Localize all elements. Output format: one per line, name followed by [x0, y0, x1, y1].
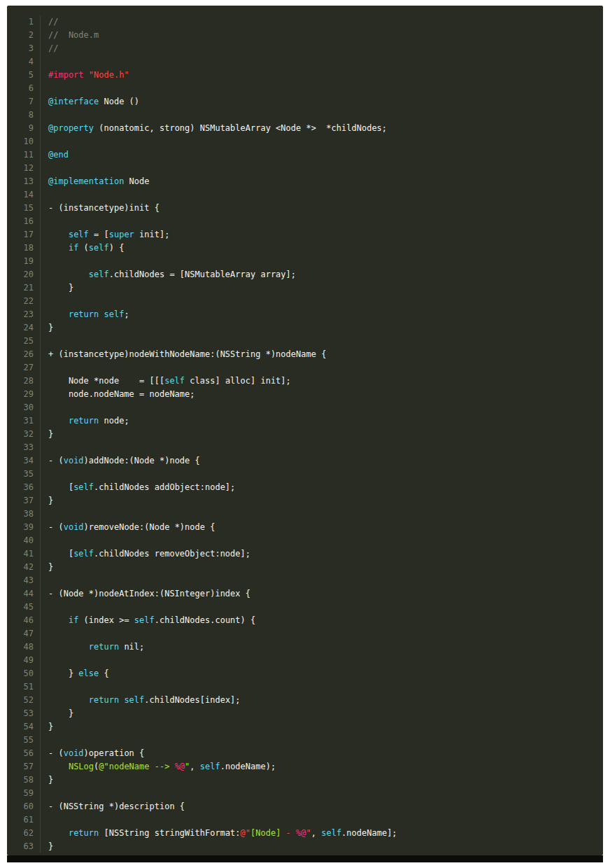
code-line: 47	[7, 627, 603, 640]
code-text	[41, 295, 603, 308]
token-default: nil;	[119, 642, 144, 652]
token-keyword: void	[64, 522, 84, 532]
token-default: node;	[99, 416, 129, 426]
token-default	[48, 762, 69, 771]
token-default: }	[48, 775, 53, 785]
code-text: [self.childNodes addObject:node];	[41, 481, 603, 494]
token-default: Node ()	[99, 97, 139, 106]
code-text: node.nodeName = nodeName;	[41, 388, 603, 401]
editor-pane: 1//2// Node.m3//45#import "Node.h"67@int…	[7, 6, 603, 855]
token-default: (	[78, 243, 88, 253]
code-line: 32}	[7, 428, 603, 441]
code-text	[41, 654, 603, 667]
token-keyword: self	[73, 549, 94, 559]
token-default	[48, 828, 69, 838]
line-number: 12	[7, 162, 41, 175]
code-text: - (void)operation {	[41, 747, 603, 760]
code-line: 34- (void)addNode:(Node *)node {	[7, 454, 603, 468]
code-line: 15- (instancetype)init {	[7, 202, 603, 215]
code-text: }	[41, 774, 603, 787]
line-number: 46	[7, 614, 41, 627]
line-number: 7	[7, 95, 41, 108]
code-line: 5#import "Node.h"	[7, 69, 603, 82]
token-default: - (	[48, 456, 64, 465]
token-default: Node *node = [[[	[48, 376, 164, 386]
code-line: 53 }	[7, 707, 603, 720]
token-keyword: self	[164, 376, 185, 386]
code-line: 1//	[7, 15, 603, 29]
token-default: .childNodes = [NSMutableArray array];	[109, 270, 296, 279]
token-keyword: else	[78, 668, 99, 678]
code-text: }	[41, 840, 603, 853]
line-number: 6	[7, 82, 41, 95]
line-number: 62	[7, 827, 41, 840]
code-text	[41, 680, 603, 694]
token-keyword: return	[69, 309, 99, 319]
token-green: @"	[99, 762, 108, 771]
code-text	[41, 188, 603, 202]
code-line: 28 Node *node = [[[self class] alloc] in…	[7, 374, 603, 388]
code-text	[41, 401, 603, 414]
line-number: 34	[7, 454, 41, 468]
token-default: }	[48, 496, 53, 505]
code-line: 7@interface Node ()	[7, 95, 603, 108]
code-text: // Node.m	[41, 29, 603, 42]
code-text	[41, 468, 603, 481]
line-number: 19	[7, 255, 41, 268]
line-number: 13	[7, 175, 41, 188]
code-text	[41, 627, 603, 640]
code-text: @end	[41, 148, 603, 162]
code-text: self = [super init];	[41, 228, 603, 241]
code-text: - (Node *)nodeAtIndex:(NSInteger)index {	[41, 587, 603, 601]
token-red: @"	[241, 828, 250, 838]
code-line: 25	[7, 335, 603, 348]
code-line: 18 if (self) {	[7, 241, 603, 255]
token-pink: #import	[48, 70, 84, 80]
code-line: 46 if (index >= self.childNodes.count) {	[7, 614, 603, 627]
line-number: 53	[7, 707, 41, 720]
token-default: }	[48, 323, 53, 332]
token-default: [NSString stringWithFormat:	[99, 828, 240, 838]
line-number: 8	[7, 108, 41, 122]
token-pink: %@	[296, 828, 306, 838]
token-keyword: self	[89, 270, 109, 279]
line-number: 48	[7, 640, 41, 654]
code-line: 24}	[7, 321, 603, 335]
token-comment: //	[48, 17, 58, 27]
code-text: + (instancetype)nodeWithNodeName:(NSStri…	[41, 348, 603, 361]
token-keyword: self	[321, 828, 341, 838]
bottom-bar	[7, 855, 603, 862]
token-default: }	[48, 562, 53, 572]
code-lines[interactable]: 1//2// Node.m3//45#import "Node.h"67@int…	[7, 6, 603, 853]
code-text: if (self) {	[41, 241, 603, 255]
line-number: 21	[7, 281, 41, 295]
line-number: 5	[7, 69, 41, 82]
token-default: )removeNode:(Node *)node {	[84, 522, 215, 532]
code-text: return nil;	[41, 640, 603, 654]
code-line: 59	[7, 787, 603, 800]
code-line: 58}	[7, 774, 603, 787]
code-line: 60- (NSString *)description {	[7, 800, 603, 813]
token-keyword: self	[89, 243, 109, 253]
line-number: 25	[7, 335, 41, 348]
token-default: }	[48, 841, 53, 851]
code-line: 38	[7, 507, 603, 521]
token-keyword: self	[134, 615, 155, 625]
code-text: NSLog(@"nodeName --> %@", self.nodeName)…	[41, 760, 603, 774]
token-green: nodeName -->	[109, 762, 175, 771]
line-number: 36	[7, 481, 41, 494]
token-default: ,	[190, 762, 199, 771]
code-text	[41, 215, 603, 228]
line-number: 42	[7, 561, 41, 574]
code-line: 62 return [NSString stringWithFormat:@"[…	[7, 827, 603, 840]
code-text	[41, 507, 603, 521]
token-keyword: @interface	[48, 97, 99, 106]
token-default: (nonatomic, strong) NSMutableArray <Node…	[94, 123, 387, 133]
line-number: 56	[7, 747, 41, 760]
code-text: if (index >= self.childNodes.count) {	[41, 614, 603, 627]
code-text	[41, 108, 603, 122]
token-default: + (instancetype)nodeWithNodeName:(NSStri…	[48, 349, 326, 359]
line-number: 20	[7, 268, 41, 281]
line-number: 32	[7, 428, 41, 441]
code-line: 61	[7, 813, 603, 827]
